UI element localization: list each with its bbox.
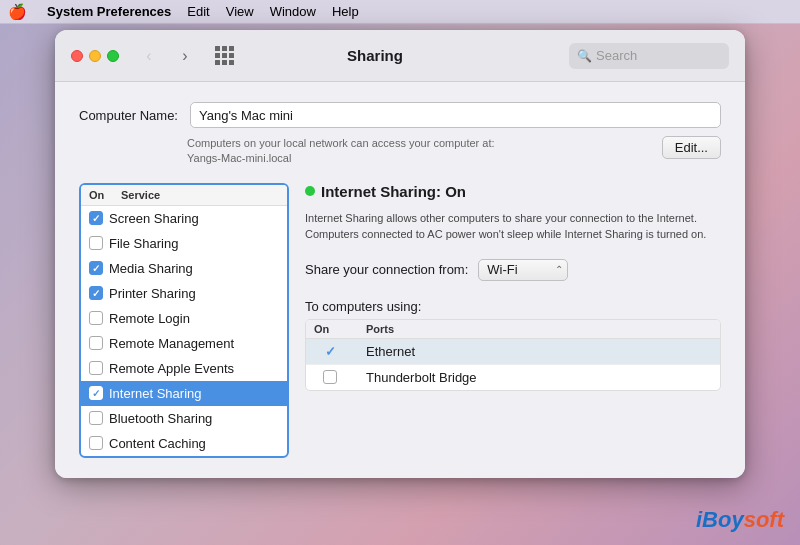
- edit-button[interactable]: Edit...: [662, 136, 721, 159]
- service-checkbox[interactable]: [89, 261, 103, 275]
- port-check-cell: [314, 370, 346, 384]
- service-name: Printer Sharing: [109, 286, 196, 301]
- service-name: Internet Sharing: [109, 386, 202, 401]
- computers-using-section: To computers using: On Ports ✓EthernetTh…: [305, 297, 721, 391]
- wifi-dropdown[interactable]: Wi-Fi: [478, 259, 568, 281]
- service-item[interactable]: Media Sharing: [81, 256, 287, 281]
- apple-menu[interactable]: 🍎: [8, 3, 27, 21]
- service-name: Screen Sharing: [109, 211, 199, 226]
- window-title: Sharing: [189, 47, 561, 64]
- status-dot: [305, 186, 315, 196]
- menubar-view[interactable]: View: [226, 4, 254, 19]
- menubar-system-preferences[interactable]: System Preferences: [47, 4, 171, 19]
- service-name: Remote Management: [109, 336, 234, 351]
- service-item[interactable]: Remote Login: [81, 306, 287, 331]
- services-list: On Service Screen SharingFile SharingMed…: [79, 183, 289, 458]
- service-name: Remote Login: [109, 311, 190, 326]
- service-checkbox[interactable]: [89, 311, 103, 325]
- back-button[interactable]: ‹: [135, 46, 163, 66]
- ports-container: ✓EthernetThunderbolt Bridge: [306, 339, 720, 390]
- services-container: Screen SharingFile SharingMedia SharingP…: [81, 206, 287, 456]
- ports-row[interactable]: ✓Ethernet: [306, 339, 720, 365]
- minimize-button[interactable]: [89, 50, 101, 62]
- service-checkbox[interactable]: [89, 286, 103, 300]
- watermark-boy: Boy: [702, 507, 744, 532]
- service-item[interactable]: Internet Sharing: [81, 381, 287, 406]
- ports-col-ports: Ports: [366, 323, 394, 335]
- menubar: 🍎 System Preferences Edit View Window He…: [0, 0, 800, 24]
- main-panel: On Service Screen SharingFile SharingMed…: [79, 183, 721, 458]
- service-item[interactable]: Remote Management: [81, 331, 287, 356]
- search-icon: 🔍: [577, 49, 592, 63]
- local-address-text: Computers on your local network can acce…: [187, 136, 650, 167]
- watermark-soft: soft: [744, 507, 784, 532]
- status-label: Internet Sharing: On: [321, 183, 466, 200]
- ports-row[interactable]: Thunderbolt Bridge: [306, 365, 720, 390]
- right-panel: Internet Sharing: On Internet Sharing al…: [305, 183, 721, 458]
- service-name: Content Caching: [109, 436, 206, 451]
- services-col-service: Service: [121, 189, 160, 201]
- service-checkbox[interactable]: [89, 386, 103, 400]
- service-item[interactable]: Printer Sharing: [81, 281, 287, 306]
- search-bar[interactable]: 🔍 Search: [569, 43, 729, 69]
- services-col-on: On: [89, 189, 121, 201]
- close-button[interactable]: [71, 50, 83, 62]
- computers-using-label: To computers using:: [305, 299, 421, 314]
- port-checkbox[interactable]: [323, 370, 337, 384]
- service-checkbox[interactable]: [89, 411, 103, 425]
- service-name: Media Sharing: [109, 261, 193, 276]
- port-check-cell: ✓: [314, 344, 346, 359]
- ports-table-header: On Ports: [306, 320, 720, 339]
- services-header: On Service: [81, 185, 287, 206]
- sharing-window: ‹ › Sharing 🔍 Search Computer Name: Comp…: [55, 30, 745, 478]
- search-placeholder: Search: [596, 48, 637, 63]
- wifi-dropdown-wrapper: Wi-Fi ⌃: [478, 259, 568, 281]
- share-from-row: Share your connection from: Wi-Fi ⌃: [305, 259, 721, 281]
- service-checkbox[interactable]: [89, 211, 103, 225]
- watermark: iBoysoft: [696, 507, 784, 533]
- service-checkbox[interactable]: [89, 236, 103, 250]
- menubar-edit[interactable]: Edit: [187, 4, 209, 19]
- service-item[interactable]: Screen Sharing: [81, 206, 287, 231]
- service-name: Bluetooth Sharing: [109, 411, 212, 426]
- service-item[interactable]: Remote Apple Events: [81, 356, 287, 381]
- traffic-lights: [71, 50, 119, 62]
- titlebar: ‹ › Sharing 🔍 Search: [55, 30, 745, 82]
- service-name: Remote Apple Events: [109, 361, 234, 376]
- internet-sharing-status: Internet Sharing: On: [305, 183, 721, 200]
- service-name: File Sharing: [109, 236, 178, 251]
- menubar-help[interactable]: Help: [332, 4, 359, 19]
- local-address-row: Computers on your local network can acce…: [79, 136, 721, 167]
- service-checkbox[interactable]: [89, 361, 103, 375]
- port-name: Thunderbolt Bridge: [366, 370, 477, 385]
- service-item[interactable]: Bluetooth Sharing: [81, 406, 287, 431]
- ports-col-on: On: [314, 323, 346, 335]
- description-text: Internet Sharing allows other computers …: [305, 210, 721, 243]
- service-item[interactable]: Content Caching: [81, 431, 287, 456]
- service-checkbox[interactable]: [89, 336, 103, 350]
- maximize-button[interactable]: [107, 50, 119, 62]
- service-item[interactable]: File Sharing: [81, 231, 287, 256]
- content-area: Computer Name: Computers on your local n…: [55, 82, 745, 478]
- computer-name-input[interactable]: [190, 102, 721, 128]
- port-checkmark-icon: ✓: [325, 344, 336, 359]
- menubar-window[interactable]: Window: [270, 4, 316, 19]
- computer-name-label: Computer Name:: [79, 108, 178, 123]
- computer-name-row: Computer Name:: [79, 102, 721, 128]
- share-from-label: Share your connection from:: [305, 262, 468, 277]
- ports-table: On Ports ✓EthernetThunderbolt Bridge: [305, 319, 721, 391]
- port-name: Ethernet: [366, 344, 415, 359]
- service-checkbox[interactable]: [89, 436, 103, 450]
